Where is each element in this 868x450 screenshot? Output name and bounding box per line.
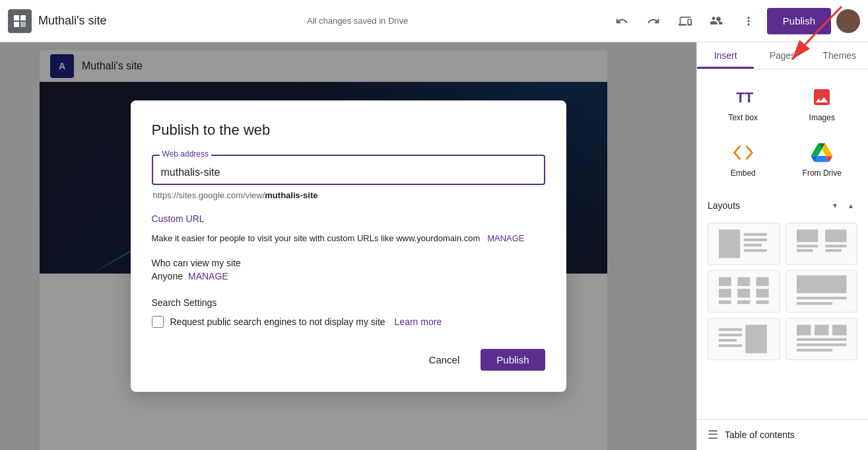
svg-rect-26 — [796, 297, 846, 299]
modal-actions: Cancel Publish — [152, 349, 545, 371]
layout-item-6[interactable] — [785, 318, 858, 360]
avatar[interactable] — [836, 9, 860, 33]
toc-label: Table of contents — [725, 430, 795, 440]
right-sidebar: Insert Pages Themes TT Text box — [696, 42, 868, 450]
redo-button[interactable] — [640, 8, 667, 34]
svg-rect-25 — [796, 276, 846, 293]
tab-pages[interactable]: Pages — [754, 42, 811, 69]
svg-rect-34 — [814, 324, 828, 335]
url-suffix: muthalis-site — [265, 190, 317, 200]
layout-item-1[interactable] — [708, 223, 780, 265]
svg-rect-11 — [796, 244, 817, 247]
layout-item-2[interactable] — [785, 223, 858, 265]
share-button[interactable] — [704, 8, 730, 34]
svg-rect-12 — [796, 249, 812, 252]
svg-rect-2 — [14, 22, 19, 27]
insert-images[interactable]: Images — [787, 80, 858, 128]
web-address-field: Web address — [152, 155, 545, 185]
svg-rect-21 — [737, 301, 750, 304]
who-view-value: Anyone — [152, 271, 183, 281]
tab-insert[interactable]: Insert — [697, 42, 754, 69]
toc-icon: ☰ — [708, 428, 718, 442]
header: Muthali's site All changes saved in Driv… — [0, 0, 868, 42]
sidebar-content: TT Text box Images — [697, 69, 868, 419]
manage-custom-url-link[interactable]: MANAGE — [487, 233, 524, 243]
who-view-section: Who can view my site Anyone MANAGE — [152, 258, 545, 281]
svg-rect-22 — [756, 277, 769, 286]
svg-rect-24 — [756, 301, 769, 304]
svg-rect-37 — [796, 344, 846, 346]
expand-btn[interactable]: ▴ — [844, 199, 857, 212]
svg-rect-0 — [14, 15, 19, 20]
layouts-grid — [708, 223, 857, 360]
cancel-button[interactable]: Cancel — [416, 349, 473, 371]
svg-rect-30 — [719, 339, 737, 342]
learn-more-link[interactable]: Learn more — [395, 317, 442, 327]
publish-modal: Publish to the web Web address https://s… — [131, 100, 566, 393]
svg-rect-23 — [756, 289, 769, 298]
svg-rect-33 — [796, 324, 811, 335]
manage-view-link[interactable]: MANAGE — [188, 271, 228, 281]
svg-rect-9 — [744, 249, 767, 252]
svg-rect-31 — [719, 344, 742, 347]
modal-title: Publish to the web — [152, 122, 545, 139]
layout-item-5[interactable] — [708, 318, 780, 360]
svg-rect-14 — [825, 244, 846, 247]
toc-row[interactable]: ☰ Table of contents — [697, 419, 868, 450]
url-hint: https://sites.google.com/view/muthalis-s… — [152, 190, 545, 200]
preview-button[interactable] — [672, 8, 698, 34]
layouts-label: Layouts — [708, 200, 740, 211]
insert-from-drive[interactable]: From Drive — [787, 135, 858, 183]
svg-rect-1 — [20, 15, 26, 20]
custom-url-link[interactable]: Custom URL — [152, 213, 545, 224]
search-engines-checkbox[interactable] — [152, 316, 164, 328]
search-settings-section: Search Settings Request public search en… — [152, 297, 545, 328]
more-button[interactable] — [735, 8, 762, 34]
who-view-title: Who can view my site — [152, 258, 545, 268]
svg-rect-27 — [796, 302, 832, 305]
layout-item-3[interactable] — [708, 270, 780, 313]
insert-grid: TT Text box Images — [708, 80, 857, 183]
svg-rect-36 — [796, 338, 846, 341]
undo-button[interactable] — [609, 8, 635, 34]
save-status: All changes saved in Drive — [307, 16, 408, 26]
svg-rect-8 — [744, 244, 762, 246]
svg-rect-18 — [719, 301, 731, 304]
insert-embed[interactable]: Embed — [708, 135, 779, 183]
images-label: Images — [809, 113, 835, 122]
svg-rect-6 — [744, 233, 767, 236]
text-box-icon: TT — [731, 85, 755, 109]
svg-rect-38 — [796, 349, 832, 352]
svg-rect-3 — [20, 22, 26, 27]
layouts-section-bar: Layouts ▾ ▴ — [708, 194, 857, 217]
who-view-row: Anyone MANAGE — [152, 271, 545, 281]
canvas-area: A Muthali's site M Publish to the web We… — [0, 42, 696, 450]
expand-buttons: ▾ ▴ — [828, 199, 857, 212]
svg-rect-15 — [825, 249, 841, 252]
tab-themes[interactable]: Themes — [811, 42, 868, 69]
svg-rect-16 — [719, 277, 731, 286]
sidebar-tabs: Insert Pages Themes — [697, 42, 868, 69]
insert-text-box[interactable]: TT Text box — [708, 80, 779, 128]
svg-rect-32 — [745, 324, 766, 353]
embed-icon — [731, 141, 755, 165]
images-icon — [810, 85, 834, 109]
embed-label: Embed — [731, 169, 756, 178]
svg-rect-35 — [832, 324, 846, 335]
svg-rect-10 — [796, 229, 817, 242]
text-box-label: Text box — [728, 113, 758, 122]
custom-url-desc: Make it easier for people to visit your … — [152, 232, 545, 245]
collapse-btn[interactable]: ▾ — [828, 199, 842, 212]
publish-header-button[interactable]: Publish — [767, 8, 831, 34]
layout-item-4[interactable] — [785, 270, 858, 313]
web-address-input[interactable] — [161, 167, 536, 178]
modal-publish-button[interactable]: Publish — [481, 349, 545, 371]
search-checkbox-label: Request public search engines to not dis… — [170, 317, 385, 327]
site-title: Muthali's site — [38, 14, 106, 28]
app-logo-icon — [8, 9, 32, 33]
url-prefix: https://sites.google.com/view/ — [153, 190, 265, 200]
checkbox-row: Request public search engines to not dis… — [152, 316, 545, 328]
header-center: All changes saved in Drive — [106, 16, 608, 26]
svg-rect-7 — [744, 239, 767, 241]
search-settings-title: Search Settings — [152, 297, 545, 308]
